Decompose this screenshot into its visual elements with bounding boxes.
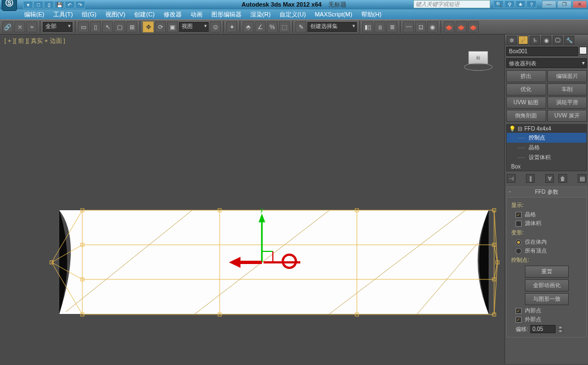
curve-editor-icon[interactable]: 〰 [403,21,414,32]
fav-icon[interactable]: ★ [516,1,525,8]
select-icon[interactable]: ▭ [78,21,89,32]
qat-redo-icon[interactable]: ↷ [75,1,85,9]
qat-undo-icon[interactable]: ↶ [65,1,75,9]
selection-filter[interactable]: 全部 [43,22,72,32]
manip-icon[interactable]: ✦ [226,21,237,32]
remove-mod-icon[interactable]: 🗑 [558,174,567,183]
rendered-frame-icon[interactable]: 🫖 [456,21,467,32]
ref-coord[interactable]: 视图 [179,22,209,32]
mod-unwrapuvw[interactable]: UVW 展开 [547,110,587,122]
bind-icon[interactable]: ≈ [26,21,37,32]
menu-group[interactable]: 组(G) [77,9,101,20]
menu-maxscript[interactable]: MAXScript(M) [310,10,356,19]
angle-snap-icon[interactable]: ∠ [255,21,266,32]
move-icon[interactable]: ✥ [143,21,154,32]
menu-grapheditors[interactable]: 图形编辑器 [207,9,246,20]
menu-create[interactable]: 创建(C) [130,9,159,20]
minimize-button[interactable]: — [542,1,556,8]
offset-spinner-arrows[interactable]: ▴▾ [558,325,563,333]
only-in-volume-label: 仅在体内 [525,238,547,246]
show-end-icon[interactable]: ‖ [526,174,535,183]
snap-icon[interactable]: ⬘ [243,21,254,32]
viewport-canvas[interactable]: y [0,35,505,364]
mod-optimize[interactable]: 优化 [506,83,546,96]
all-vertices-radio[interactable] [516,248,522,254]
viewport[interactable]: [ + ][ 前 ][ 真实 + 边面 ] 前 [0,35,505,364]
create-tab-icon[interactable]: ✲ [507,36,517,44]
configure-icon[interactable]: ▤ [578,174,586,183]
pin-stack-icon[interactable]: ⊣ [507,174,516,183]
modify-tab-icon[interactable]: ☄ [518,36,528,44]
menu-modifiers[interactable]: 修改器 [159,9,186,20]
spinner-snap-icon[interactable]: ⬚ [279,21,290,32]
menu-rendering[interactable]: 渲染(R) [246,9,275,20]
mod-extrude[interactable]: 挤出 [506,70,546,82]
menu-customize[interactable]: 自定义(U) [275,9,310,20]
utilities-tab-icon[interactable]: 🔧 [564,36,574,44]
select-region-icon[interactable]: ▢ [114,21,125,32]
modifier-list[interactable]: 修改器列表 [506,58,587,68]
outside-points-checkbox[interactable]: ✓ [516,317,522,323]
select-arrow-icon[interactable]: ↖ [102,21,113,32]
render-icon[interactable]: 🫖 [468,21,479,32]
display-tab-icon[interactable]: 🖵 [553,36,563,44]
layers-icon[interactable]: ≣ [387,21,397,32]
modifier-stack[interactable]: 💡⊟FFD 4x4x4 ┄┄控制点 ┄┄晶格 ┄┄设置体积 Box [506,124,587,171]
conform-button[interactable]: 与图形一致 [525,293,569,305]
hierarchy-tab-icon[interactable]: ♄ [530,36,540,44]
window-crossing-icon[interactable]: ⊞ [126,21,137,32]
lattice-checkbox[interactable]: ✓ [516,212,522,218]
material-editor-icon[interactable]: ◉ [427,21,438,32]
unlink-icon[interactable]: ⤫ [14,21,25,32]
offset-spinner[interactable]: 0.05 [530,325,556,333]
menu-help[interactable]: 帮助(H) [357,9,386,20]
help-search-input[interactable]: 键入关键字或短语 [413,0,490,8]
reset-button[interactable]: 重置 [525,266,569,278]
mod-lathe[interactable]: 车削 [547,83,587,96]
motion-tab-icon[interactable]: ◉ [541,36,551,44]
scale-icon[interactable]: ▣ [167,21,178,32]
restore-button[interactable]: ❐ [557,1,572,8]
render-setup-icon[interactable]: 🫖 [444,21,455,32]
make-unique-icon[interactable]: ∀ [545,174,554,183]
menu-tools[interactable]: 工具(T) [49,9,77,20]
stack-lattice[interactable]: ┄┄晶格 [507,143,586,153]
mod-editpatch[interactable]: 编辑面片 [547,70,587,82]
qat-btn[interactable]: ▾ [23,1,33,9]
qat-save-icon[interactable]: 💾 [54,1,64,9]
help-icon[interactable]: ? [527,1,536,8]
align-icon[interactable]: ⫼ [374,21,385,32]
search-icon[interactable]: 🔍 [494,1,503,8]
stack-setvolume[interactable]: ┄┄设置体积 [507,153,586,162]
menu-animation[interactable]: 动画 [186,9,207,20]
schematic-icon[interactable]: ⊡ [415,21,426,32]
comm-icon[interactable]: ⚲ [505,1,514,8]
stack-ffd[interactable]: 💡⊟FFD 4x4x4 [507,125,586,133]
object-color-swatch[interactable] [579,47,587,54]
stack-controlpoints[interactable]: ┄┄控制点 [507,133,586,143]
inside-points-checkbox[interactable]: ✓ [516,308,522,314]
source-volume-checkbox[interactable] [516,221,522,227]
only-in-volume-radio[interactable] [516,239,522,245]
mirror-icon[interactable]: ▮▯ [362,21,373,32]
mod-turbosmooth[interactable]: 涡轮平滑 [547,97,587,109]
rollout-header[interactable]: -FFD 参数 [507,187,586,198]
qat-open-icon[interactable]: ▯ [44,1,54,9]
mod-uvwmap[interactable]: UVW 贴图 [506,97,546,109]
select-name-icon[interactable]: ▯ [90,21,101,32]
pivot-icon[interactable]: ⊙ [210,21,221,32]
stack-box[interactable]: Box [507,162,586,171]
percent-snap-icon[interactable]: % [267,21,278,32]
close-button[interactable]: ✕ [573,1,587,8]
app-icon[interactable]: Ⓢ [2,0,17,11]
edit-named-icon[interactable]: ✎ [295,21,306,32]
link-icon[interactable]: 🔗 [2,21,13,32]
object-name-input[interactable]: Box001 [506,47,578,56]
menu-views[interactable]: 视图(V) [101,9,130,20]
rotate-icon[interactable]: ⟳ [155,21,166,32]
named-selection[interactable]: 创建选择集 [307,22,357,32]
mod-bevelprofile[interactable]: 倒角剖面 [506,110,546,122]
animate-all-button[interactable]: 全部动画化 [525,279,569,291]
menu-edit[interactable]: 编辑(E) [20,9,49,20]
qat-new-icon[interactable]: □ [33,1,43,9]
